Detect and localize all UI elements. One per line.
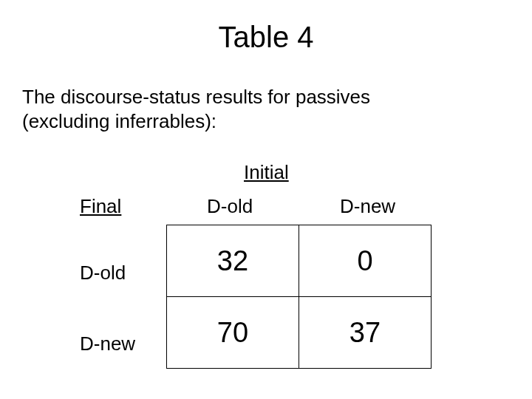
cell-dnew-dold: 70 <box>167 297 299 369</box>
slide: Table 4 The discourse-status results for… <box>0 0 532 399</box>
cell-dold-dold: 32 <box>167 225 299 297</box>
col-group-header-initial: Initial <box>244 161 289 184</box>
table-caption: The discourse-status results for passive… <box>22 85 370 133</box>
row-group-header-final: Final <box>80 195 121 218</box>
cell-dnew-dnew: 37 <box>299 297 432 369</box>
row-header-d-old: D-old <box>80 262 126 284</box>
caption-line-2: (excluding inferrables): <box>22 110 216 132</box>
row-header-d-new: D-new <box>80 332 135 355</box>
table-title: Table 4 <box>0 21 532 54</box>
col-header-d-new: D-new <box>340 195 395 218</box>
table-row: 70 37 <box>167 297 432 369</box>
caption-line-1: The discourse-status results for passive… <box>22 86 370 108</box>
data-grid: 32 0 70 37 <box>166 225 432 369</box>
col-header-d-old: D-old <box>207 195 253 218</box>
table-row: 32 0 <box>167 225 432 297</box>
cell-dold-dnew: 0 <box>299 225 432 297</box>
